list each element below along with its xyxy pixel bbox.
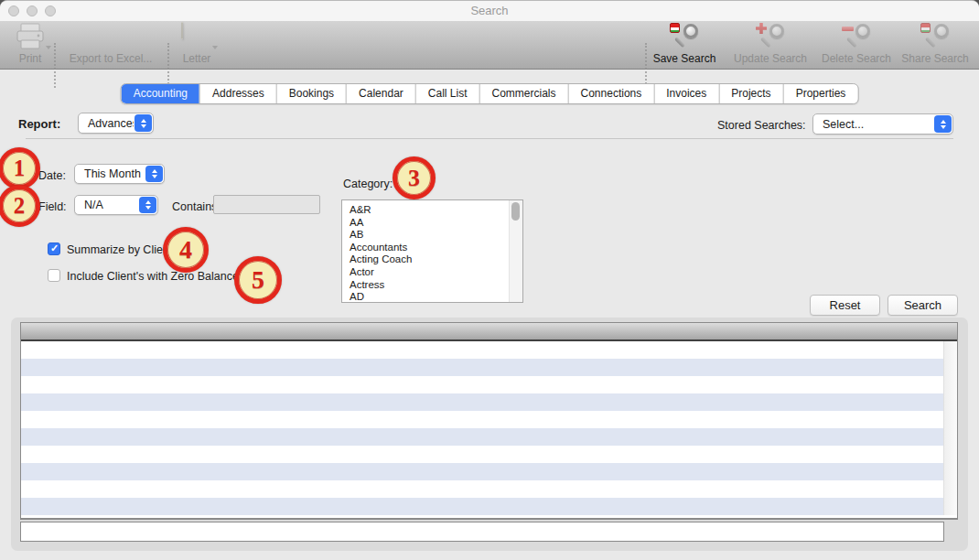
category-label: Category: <box>343 178 393 190</box>
export-label: Export to Excel... <box>70 52 153 65</box>
stored-searches-value: Select... <box>813 118 933 131</box>
date-dropdown-value: This Month <box>75 167 145 180</box>
category-option[interactable]: Actor <box>342 266 509 279</box>
tab[interactable]: Calendar <box>346 84 415 103</box>
results-table-body <box>21 341 957 515</box>
share-search-icon <box>920 23 950 50</box>
tab[interactable]: Invoices <box>653 84 718 103</box>
results-table-header <box>21 323 957 341</box>
annotation-5: 5 <box>234 256 282 304</box>
print-label: Print <box>19 52 42 65</box>
update-search-icon <box>756 23 785 50</box>
contains-label: Contains <box>172 200 217 213</box>
search-window: Search Print Export to Excel... <box>0 0 979 560</box>
tab[interactable]: Bookings <box>276 84 346 103</box>
delete-search-button[interactable]: Delete Search <box>816 21 897 69</box>
category-option[interactable]: AB <box>342 229 509 242</box>
category-listbox[interactable]: A&R AA AB Accountants Acting Coach Actor… <box>341 199 523 303</box>
results-scrollbar[interactable] <box>943 341 957 515</box>
letter-button[interactable]: Letter <box>170 21 223 69</box>
tab[interactable]: Commercials <box>479 84 568 103</box>
delete-search-icon <box>842 23 871 50</box>
print-dropdown-caret-icon <box>46 46 51 49</box>
date-label: Date: <box>38 169 66 182</box>
update-search-label: Update Search <box>734 52 807 65</box>
popup-stepper-icon <box>139 197 156 213</box>
results-footer-row <box>20 522 944 542</box>
section-divider <box>26 138 953 139</box>
save-search-icon <box>670 23 699 50</box>
popup-stepper-icon <box>134 114 152 132</box>
save-search-button[interactable]: Save Search <box>650 21 719 69</box>
report-label: Report: <box>18 117 60 131</box>
summarize-by-client-checkbox[interactable] <box>48 242 60 255</box>
tab[interactable]: Addresses <box>199 84 276 103</box>
pie-chart-icon <box>95 23 126 50</box>
stored-searches-dropdown[interactable]: Select... <box>812 113 953 135</box>
category-option[interactable]: AA <box>342 217 509 230</box>
annotation-2: 2 <box>0 185 40 227</box>
annotation-3: 3 <box>393 156 436 199</box>
letter-icon <box>181 23 212 50</box>
field-dropdown-value: N/A <box>75 199 138 211</box>
results-table <box>20 322 958 520</box>
tab[interactable]: Accounting <box>122 84 199 103</box>
stored-searches-label: Stored Searches: <box>717 119 806 132</box>
zero-balance-checkbox[interactable] <box>48 269 60 282</box>
search-button[interactable]: Search <box>888 295 958 316</box>
date-dropdown[interactable]: This Month <box>74 164 165 184</box>
popup-stepper-icon <box>934 115 952 133</box>
zero-balance-label: Include Client's with Zero Balance <box>67 270 239 283</box>
field-dropdown[interactable]: N/A <box>74 195 158 215</box>
summarize-by-client-label: Summarize by Client <box>67 243 172 256</box>
report-dropdown[interactable]: Advances <box>78 113 154 134</box>
share-search-button[interactable]: Share Search <box>898 21 972 69</box>
category-option[interactable]: Actress <box>342 279 509 292</box>
module-tab-bar: Accounting Addresses Bookings Calendar C… <box>121 83 859 104</box>
toolbar-separator <box>54 43 56 88</box>
delete-search-label: Delete Search <box>822 52 891 65</box>
report-dropdown-value: Advances <box>79 117 134 130</box>
title-bar: Search <box>0 1 979 21</box>
letter-dropdown-caret-icon <box>212 46 218 49</box>
printer-icon <box>15 23 46 50</box>
category-option[interactable]: Accountants <box>342 242 509 254</box>
tab[interactable]: Properties <box>783 84 858 103</box>
reset-button[interactable]: Reset <box>810 295 880 316</box>
category-option[interactable]: Acting Coach <box>342 253 509 266</box>
annotation-4: 4 <box>163 227 209 273</box>
category-option[interactable]: A&R <box>342 204 509 217</box>
export-to-excel-button[interactable]: Export to Excel... <box>58 21 164 69</box>
field-label: Field: <box>38 200 67 213</box>
category-options: A&R AA AB Accountants Acting Coach Actor… <box>342 200 509 302</box>
toolbar: Print Export to Excel... Letter Save Sea… <box>0 21 979 70</box>
save-search-label: Save Search <box>653 52 716 65</box>
print-button[interactable]: Print <box>5 21 55 69</box>
annotation-1: 1 <box>0 147 40 189</box>
category-option[interactable]: AD <box>342 291 509 303</box>
category-scrollbar-thumb[interactable] <box>511 202 520 221</box>
tab[interactable]: Call List <box>415 84 479 103</box>
update-search-button[interactable]: Update Search <box>726 21 814 69</box>
category-scrollbar[interactable] <box>509 200 522 302</box>
popup-stepper-icon <box>145 166 163 182</box>
tab[interactable]: Connections <box>568 84 654 103</box>
share-search-label: Share Search <box>901 52 968 65</box>
tab[interactable]: Projects <box>718 84 782 103</box>
window-title: Search <box>0 4 979 17</box>
letter-label: Letter <box>183 52 211 65</box>
toolbar-separator <box>645 43 647 88</box>
contains-input[interactable] <box>213 195 320 214</box>
toolbar-separator <box>167 43 169 88</box>
